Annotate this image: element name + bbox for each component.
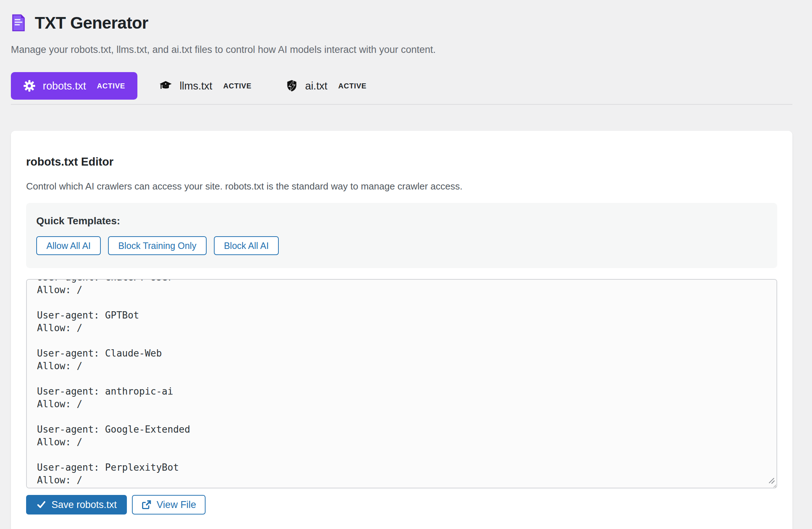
quick-templates-buttons: Allow All AI Block Training Only Block A…	[36, 236, 767, 255]
robots-editor-wrap: User-agent: ChatGPT-User Allow: / User-a…	[26, 279, 777, 488]
tab-llms-txt[interactable]: llms.txt ACTIVE	[147, 72, 264, 100]
check-icon	[36, 500, 46, 510]
tab-label: ai.txt	[305, 80, 327, 92]
tab-robots-txt[interactable]: robots.txt ACTIVE	[11, 72, 137, 100]
page-subtitle: Manage your robots.txt, llms.txt, and ai…	[11, 44, 792, 55]
tab-status-badge: ACTIVE	[338, 82, 366, 90]
gear-icon	[23, 80, 36, 92]
quick-templates-label: Quick Templates:	[36, 215, 767, 227]
view-file-button[interactable]: View File	[132, 495, 206, 515]
card-heading: robots.txt Editor	[26, 155, 777, 168]
editor-actions: Save robots.txt View File	[26, 495, 777, 515]
tab-label: robots.txt	[43, 80, 86, 92]
page-title: TXT Generator	[35, 13, 148, 33]
block-all-ai-button[interactable]: Block All AI	[214, 236, 279, 255]
tab-ai-txt[interactable]: ai.txt ACTIVE	[273, 72, 379, 100]
robots-editor-card: robots.txt Editor Control which AI crawl…	[11, 131, 792, 529]
block-training-only-button[interactable]: Block Training Only	[108, 236, 206, 255]
document-icon	[11, 14, 26, 32]
file-tabs: robots.txt ACTIVE llms.txt ACTIVE	[11, 72, 792, 100]
robots-txt-textarea[interactable]: User-agent: ChatGPT-User Allow: / User-a…	[26, 279, 777, 488]
shield-bolt-icon	[286, 79, 298, 92]
tab-status-badge: ACTIVE	[97, 82, 125, 90]
tabs-divider	[11, 104, 792, 105]
graduation-cap-icon	[159, 79, 172, 92]
allow-all-ai-button[interactable]: Allow All AI	[36, 236, 101, 255]
external-link-icon	[141, 500, 152, 510]
save-robots-txt-button[interactable]: Save robots.txt	[26, 495, 127, 515]
quick-templates-box: Quick Templates: Allow All AI Block Trai…	[26, 203, 777, 268]
page-header: TXT Generator	[11, 13, 792, 33]
page: TXT Generator Manage your robots.txt, ll…	[0, 0, 812, 529]
save-button-label: Save robots.txt	[51, 499, 117, 511]
tab-label: llms.txt	[179, 80, 212, 92]
tab-status-badge: ACTIVE	[223, 82, 252, 90]
card-description: Control which AI crawlers can access you…	[26, 181, 777, 192]
view-file-button-label: View File	[157, 499, 196, 511]
